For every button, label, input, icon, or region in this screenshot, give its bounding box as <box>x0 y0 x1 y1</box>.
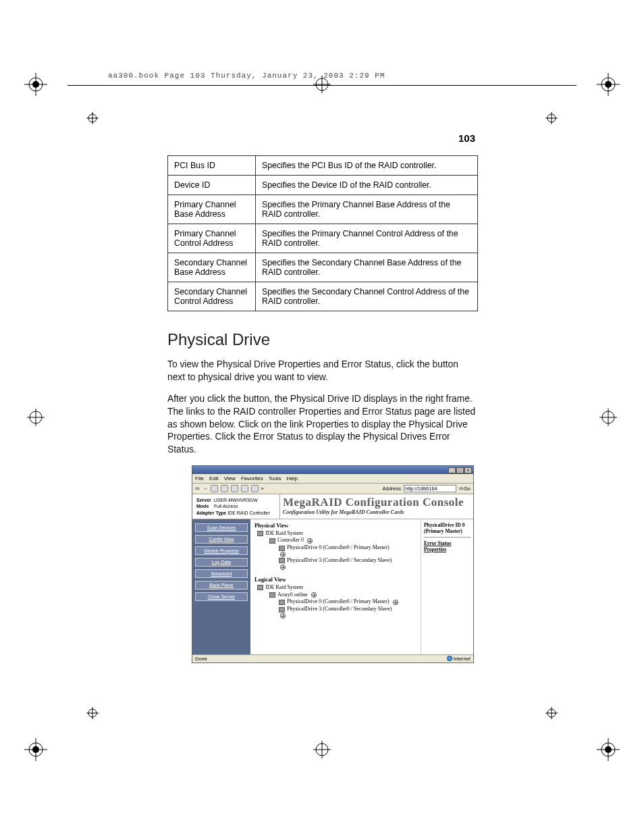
drive-icon <box>279 558 285 563</box>
table-row: PCI Bus IDSpecifies the PCI Bus ID of th… <box>168 156 478 176</box>
prop-val: Specifies the Secondary Channel Control … <box>256 282 478 311</box>
header-rule <box>68 85 576 86</box>
app-sidebar: Scan Devices Config View Device Progress… <box>192 519 250 654</box>
prop-val: Specifies the Primary Channel Control Ad… <box>256 224 478 253</box>
registration-mark-icon <box>597 738 620 761</box>
physical-tree: IDE Raid System Controller 0 PhysicalDri… <box>257 530 417 570</box>
sidebar-item-scan[interactable]: Scan Devices <box>195 523 248 532</box>
zone-text: Internet <box>454 656 471 662</box>
address-label: Address <box>382 486 401 492</box>
menu-file[interactable]: File <box>195 475 204 481</box>
close-icon[interactable]: × <box>464 467 472 473</box>
registration-mark-icon <box>597 73 620 96</box>
search-icon[interactable] <box>241 485 248 492</box>
browser-menubar: File Edit View Favorites Tools Help <box>192 474 473 484</box>
drive-icon <box>279 600 285 605</box>
sidebar-item-advanced[interactable]: Advanced <box>195 569 248 578</box>
system-icon <box>257 531 263 536</box>
prop-key: Device ID <box>168 176 256 195</box>
prop-val: Specifies the PCI Bus ID of the RAID con… <box>256 156 478 176</box>
sidebar-item-close[interactable]: Close Server <box>195 592 248 601</box>
registration-mark-icon <box>86 112 99 127</box>
running-header: aa300.book Page 103 Thursday, January 23… <box>108 72 385 80</box>
prop-val: Specifies the Primary Channel Base Addre… <box>256 195 478 224</box>
registration-mark-icon <box>597 406 620 429</box>
body-paragraph: To view the Physical Drive Properties an… <box>167 359 478 384</box>
registration-mark-icon <box>86 707 99 722</box>
banner-info: Server USER-MWHVR3GW Mode Full Access Ad… <box>192 494 280 518</box>
prop-key: Primary Channel Base Address <box>168 195 256 224</box>
internet-zone-icon <box>447 656 452 661</box>
registration-mark-icon <box>24 73 47 96</box>
right-panel-title: PhysicalDrive ID 0 (Primary Master) <box>424 522 471 534</box>
home-icon[interactable] <box>231 485 238 492</box>
expand-icon[interactable] <box>280 613 286 619</box>
menu-tools[interactable]: Tools <box>269 475 281 481</box>
prop-val: Specifies the Secondary Channel Base Add… <box>256 253 478 282</box>
link-properties[interactable]: Properties <box>424 546 471 552</box>
sidebar-item-config[interactable]: Config View <box>195 535 248 544</box>
menu-view[interactable]: View <box>224 475 236 481</box>
table-row: Secondary Channel Control AddressSpecifi… <box>168 282 478 311</box>
table-row: Device IDSpecifies the Device ID of the … <box>168 176 478 195</box>
expand-icon[interactable] <box>393 600 398 605</box>
minimize-icon[interactable]: _ <box>448 467 456 473</box>
prop-val: Specifies the Device ID of the RAID cont… <box>256 176 478 195</box>
status-text: Done <box>195 656 207 662</box>
app-logo-subtitle: Configuration Utility for MegaRAID Contr… <box>283 509 473 515</box>
table-row: Secondary Channel Base AddressSpecifies … <box>168 253 478 282</box>
prop-key: PCI Bus ID <box>168 156 256 176</box>
registration-mark-icon <box>24 738 47 761</box>
maximize-icon[interactable]: □ <box>456 467 464 473</box>
physical-view-title: Physical View <box>254 522 417 529</box>
system-icon <box>257 585 263 590</box>
sidebar-item-backplane[interactable]: Back Plane <box>195 581 248 590</box>
address-input[interactable] <box>404 485 456 492</box>
favorites-icon[interactable] <box>251 485 259 492</box>
expand-icon[interactable] <box>280 565 286 570</box>
app-center: Physical View IDE Raid System Controller… <box>250 519 421 654</box>
app-banner: Server USER-MWHVR3GW Mode Full Access Ad… <box>192 494 473 519</box>
registration-mark-icon <box>24 406 47 429</box>
registration-mark-icon <box>545 112 558 127</box>
expand-icon[interactable] <box>311 592 317 598</box>
properties-table: PCI Bus IDSpecifies the PCI Bus ID of th… <box>167 155 478 311</box>
go-button[interactable]: ⇨Go <box>459 486 471 492</box>
page-number: 103 <box>458 132 475 144</box>
refresh-icon[interactable] <box>221 485 228 492</box>
embedded-screenshot: _ □ × File Edit View Favorites Tools Hel… <box>192 465 474 662</box>
browser-statusbar: Done Internet <box>192 654 473 662</box>
menu-edit[interactable]: Edit <box>209 475 219 481</box>
drive-icon <box>279 546 285 551</box>
expand-icon[interactable] <box>280 552 286 557</box>
prop-key: Secondary Channel Base Address <box>168 253 256 282</box>
stop-icon[interactable] <box>211 485 218 492</box>
logical-tree: IDE Raid System Array0 online PhysicalDr… <box>257 584 417 619</box>
registration-mark-icon <box>545 707 558 722</box>
drive-icon <box>279 607 285 613</box>
app-logo: MegaRAID Configuration Console <box>283 496 473 509</box>
menu-help[interactable]: Help <box>286 475 297 481</box>
page-content: PCI Bus IDSpecifies the PCI Bus ID of th… <box>167 155 478 663</box>
banner-logo: MegaRAID Configuration Console Configura… <box>280 494 473 518</box>
prop-key: Secondary Channel Control Address <box>168 282 256 311</box>
browser-toolbar: ⇦ → » Address ⇨Go <box>192 484 473 494</box>
logical-view-title: Logical View <box>254 576 417 583</box>
sidebar-item-progress[interactable]: Device Progress <box>195 546 248 555</box>
expand-icon[interactable] <box>307 538 313 544</box>
table-row: Primary Channel Base AddressSpecifies th… <box>168 195 478 224</box>
controller-icon <box>269 538 275 544</box>
forward-icon[interactable]: → <box>203 486 208 492</box>
array-icon <box>269 592 275 598</box>
body-paragraph: After you click the button, the Physical… <box>167 393 478 456</box>
menu-favorites[interactable]: Favorites <box>241 475 263 481</box>
registration-mark-icon <box>311 738 333 761</box>
app-right-panel: PhysicalDrive ID 0 (Primary Master) Erro… <box>421 519 473 654</box>
table-row: Primary Channel Control AddressSpecifies… <box>168 224 478 253</box>
back-icon[interactable]: ⇦ <box>195 486 200 492</box>
window-titlebar: _ □ × <box>192 466 473 474</box>
prop-key: Primary Channel Control Address <box>168 224 256 253</box>
sidebar-item-log[interactable]: Log Data <box>195 558 248 567</box>
link-error-status[interactable]: Error Status <box>424 540 471 546</box>
section-heading: Physical Drive <box>167 330 478 349</box>
